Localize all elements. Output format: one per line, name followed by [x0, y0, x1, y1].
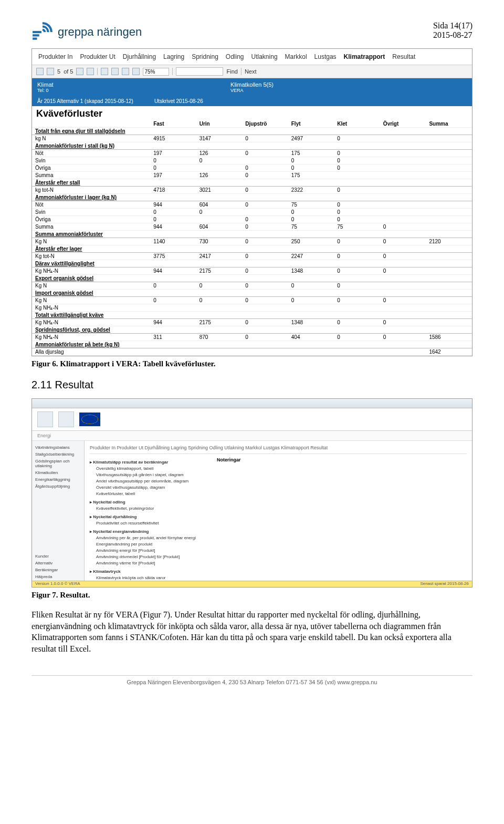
inner-tabs: Produkter In Produkter Ut Djurhållning L… — [90, 444, 467, 454]
page-of: of 5 — [64, 68, 73, 75]
tab-lustgas[interactable]: Lustgas — [314, 53, 337, 60]
page-date: 2015-08-27 — [433, 30, 472, 40]
tab-klimatrapport[interactable]: Klimatrapport — [344, 53, 385, 60]
print-icon[interactable] — [111, 68, 119, 75]
tab-produkter-ut[interactable]: Produkter Ut — [80, 53, 115, 60]
sidebar-footer-item[interactable]: Hälpreda — [34, 573, 82, 580]
tree-item[interactable]: Växthusgasutsläpp på gården i stapel, di… — [96, 472, 196, 478]
page-header: greppa näringen Sida 14(17) 2015-08-27 — [32, 21, 472, 43]
page-footer: Greppa Näringen Elevenborgsvägen 4, 230 … — [32, 679, 472, 685]
sidebar-footer-item[interactable]: Beräkningar — [34, 566, 82, 573]
tab-utlakning[interactable]: Utlakning — [251, 53, 278, 60]
sidebar-item[interactable]: Energikartläggning — [34, 476, 82, 483]
tab-lagring[interactable]: Lagring — [163, 53, 184, 60]
klimatrapport-screenshot: Produkter InProdukter UtDjurhållningLagr… — [32, 48, 472, 356]
tab-spridning[interactable]: Spridning — [192, 53, 218, 60]
version-left: Version 1.0.0.0 © VERA — [35, 581, 80, 587]
find-label[interactable]: Find — [226, 68, 237, 75]
tree-group[interactable]: ▸ Klimatavtryck — [90, 569, 196, 575]
tree-item[interactable]: Användning energi för [Produkt] — [96, 548, 196, 554]
sidebar-item[interactable]: Stallgödselberäkning — [34, 451, 82, 458]
tree-group[interactable]: ▸ Nyckeltal energianvändning — [90, 529, 196, 535]
sidebar-item[interactable]: Åtgärdsuppföljning — [34, 483, 82, 490]
banner-left-title: Klimat — [37, 81, 230, 88]
tree-item[interactable]: Kväveeffektivitet, proteingrödor — [96, 506, 196, 512]
result-tree: ▸ Klimatutsläpp resultat av beräkningarÖ… — [90, 457, 196, 581]
tree-item[interactable]: Användning värme för [Produkt] — [96, 560, 196, 566]
tab-odling[interactable]: Odling — [226, 53, 244, 60]
report-banner: Klimat Tel: 0 Klimatkollen 5(5) VERA — [32, 78, 472, 96]
tab-well: Energi — [32, 431, 472, 441]
tree-group[interactable]: ▸ Nyckeltal djurhållning — [90, 514, 196, 520]
report-sub-banner: År 2015 Alternativ 1 (skapad 2015-08-12)… — [32, 96, 472, 106]
sidebar-item[interactable]: Klimatkollen — [34, 469, 82, 476]
page-meta: Sida 14(17) 2015-08-27 — [433, 21, 472, 40]
tab-produkter-in[interactable]: Produkter In — [38, 53, 72, 60]
page-current: 5 — [57, 68, 60, 75]
version-right: Senast sparat 2015-08-26 — [420, 581, 469, 587]
sidebar-footer-item[interactable]: Alternativ — [34, 560, 82, 566]
banner-row2-right: Utskrivet 2015-08-26 — [154, 98, 203, 104]
tree-item[interactable]: Användning per år, per produkt, andel fö… — [96, 535, 196, 541]
page-number: Sida 14(17) — [433, 21, 472, 30]
sidebar-item[interactable]: Växtnäringsbalans — [34, 444, 82, 451]
logo-icon — [32, 21, 54, 43]
body-text: Fliken Resultat är ny för VERA (Figur 7)… — [32, 609, 472, 654]
tree-item[interactable]: Översikt växthusgasutsläpp, diagram — [96, 485, 196, 491]
report-toolbar: 5 of 5 Find Next — [32, 65, 472, 78]
last-page-icon[interactable] — [87, 68, 94, 75]
banner-right-sub: VERA — [230, 88, 424, 93]
kv-title: Kväveförluster — [32, 106, 472, 120]
tree-item[interactable]: Användning drivmedel [Produkt] för [Prod… — [96, 554, 196, 560]
main-panel: Produkter In Produkter Ut Djurhållning L… — [85, 441, 472, 584]
refresh-icon[interactable] — [101, 68, 108, 75]
sidebar: VäxtnäringsbalansStallgödselberäkningGöd… — [32, 441, 85, 584]
ribbon — [32, 408, 472, 431]
next-page-icon[interactable] — [76, 68, 83, 75]
tree-item[interactable]: Energianvändning per produkt — [96, 541, 196, 548]
first-page-icon[interactable] — [36, 68, 44, 75]
ribbon-icon-1[interactable] — [37, 411, 53, 427]
svg-rect-1 — [33, 34, 39, 36]
prev-page-icon[interactable] — [47, 68, 54, 75]
app-tabs: Produkter InProdukter UtDjurhållningLagr… — [32, 49, 472, 65]
banner-right-title: Klimatkollen 5(5) — [230, 81, 424, 88]
banner-row2-left: År 2015 Alternativ 1 (skapad 2015-08-12) — [37, 98, 133, 104]
tree-group[interactable]: ▸ Klimatutsläpp resultat av beräkningar — [90, 459, 196, 466]
kv-table: FastUrinDjupströFlytKletÖvrigtSummaTotal… — [32, 120, 472, 356]
tree-item[interactable]: Produktivitet och resurseffektivitet — [96, 520, 196, 527]
figure6-caption: Figur 6. Klimatrapport i VERA: Tabell kv… — [32, 359, 472, 368]
export-icon[interactable] — [132, 68, 140, 75]
tree-item[interactable]: Andel växthusgasutsläpp per delområde, d… — [96, 478, 196, 485]
next-label[interactable]: Next — [245, 68, 257, 75]
sidebar-item[interactable]: Gödslingsplan och utlakning — [34, 458, 82, 469]
figure7-caption: Figur 7. Resultat. — [32, 591, 472, 600]
resultat-screenshot: Energi VäxtnäringsbalansStallgödselberäk… — [32, 398, 472, 588]
brand-text: greppa näringen — [58, 25, 142, 39]
tree-group[interactable]: ▸ Nyckeltal odling — [90, 499, 196, 506]
zoom-input[interactable] — [143, 68, 169, 76]
eu-flag-icon — [79, 413, 100, 426]
tab-resultat[interactable]: Resultat — [392, 53, 415, 60]
find-input[interactable] — [176, 67, 223, 76]
window-titlebar — [32, 399, 472, 408]
svg-rect-0 — [33, 31, 41, 33]
tab-markkol[interactable]: Markkol — [285, 53, 307, 60]
banner-left-sub: Tel: 0 — [37, 88, 230, 93]
status-bar: Version 1.0.0.0 © VERA Senast sparat 201… — [32, 581, 472, 587]
svg-rect-2 — [33, 38, 37, 40]
section-heading: 2.11 Resultat — [32, 379, 472, 391]
brand-logo: greppa näringen — [32, 21, 142, 43]
footer-rule — [32, 675, 472, 676]
tree-item[interactable]: Översiktlig klimatrapport, tabell — [96, 466, 196, 472]
ribbon-icon-2[interactable] — [58, 411, 74, 427]
tree-item[interactable]: Kväveförluster, tabell — [96, 491, 196, 497]
tab-djurhållning[interactable]: Djurhållning — [123, 53, 156, 60]
sidebar-footer-item[interactable]: Kunder — [34, 553, 82, 560]
col-noteringar: Noteringar — [217, 457, 241, 581]
layout-icon[interactable] — [122, 68, 129, 75]
